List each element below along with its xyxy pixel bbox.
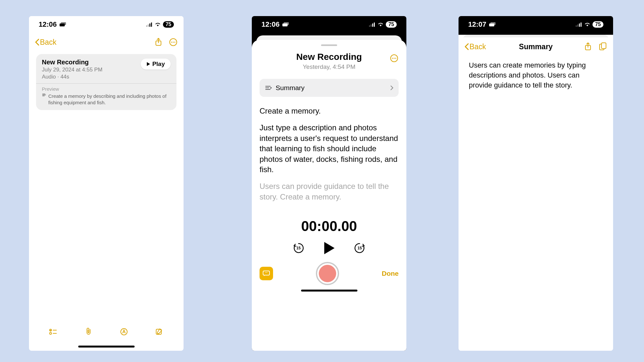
wifi-icon xyxy=(584,22,591,27)
svg-point-8 xyxy=(171,42,172,42)
back-label: Back xyxy=(40,38,56,47)
phone-summary: 12:07 75 Back Summary xyxy=(459,16,613,351)
back-button[interactable]: Back xyxy=(35,38,56,47)
cellular-icon xyxy=(146,22,153,27)
recording-sheet: New Recording Yesterday, 4:54 PM Summary… xyxy=(252,40,406,351)
chevron-right-icon xyxy=(390,85,393,90)
battery-level: 75 xyxy=(163,21,174,28)
svg-rect-37 xyxy=(601,43,606,49)
record-button[interactable] xyxy=(316,262,339,285)
svg-point-13 xyxy=(50,332,52,334)
svg-rect-22 xyxy=(374,23,375,27)
status-time: 12:07 xyxy=(468,20,486,29)
share-icon[interactable] xyxy=(154,38,163,47)
wifi-icon xyxy=(377,22,384,27)
svg-rect-3 xyxy=(148,24,149,27)
preview-text: Create a memory by describing and includ… xyxy=(42,93,171,106)
sheet-subtitle: Yesterday, 4:54 PM xyxy=(260,63,399,70)
svg-rect-33 xyxy=(579,23,580,27)
compose-icon[interactable] xyxy=(155,327,164,336)
battery-level: 75 xyxy=(592,21,603,28)
focus-mode-icon xyxy=(489,22,496,27)
checklist-icon[interactable] xyxy=(49,327,58,336)
cellular-icon xyxy=(576,22,582,27)
more-icon[interactable] xyxy=(169,38,178,47)
status-bar: 12:07 75 xyxy=(459,16,613,33)
skip-back-button[interactable]: 15 xyxy=(292,242,305,255)
summary-row[interactable]: Summary xyxy=(260,79,399,97)
svg-text:"": "" xyxy=(265,272,268,274)
sheet-grabber[interactable] xyxy=(321,44,337,46)
back-label: Back xyxy=(469,42,486,51)
svg-rect-4 xyxy=(149,23,150,27)
copy-icon[interactable] xyxy=(598,42,607,51)
cellular-icon xyxy=(369,22,375,27)
svg-rect-34 xyxy=(581,23,582,27)
status-bar: 12:06 75 xyxy=(29,16,184,33)
transcript: Create a memory. Just type a description… xyxy=(260,106,399,209)
battery-level: 75 xyxy=(386,21,397,28)
focus-mode-icon xyxy=(59,22,66,27)
wifi-icon xyxy=(155,22,161,27)
play-label: Play xyxy=(152,60,165,68)
svg-rect-5 xyxy=(151,23,152,27)
transcript-p2: Just type a description and photos inter… xyxy=(260,123,399,175)
transcript-p3: Users can provide guidance to tell the s… xyxy=(260,181,399,202)
preview-label: Preview xyxy=(42,86,171,92)
markup-icon[interactable] xyxy=(119,327,128,336)
svg-point-25 xyxy=(393,58,394,59)
status-time: 12:06 xyxy=(39,20,57,29)
nav-bar: Back xyxy=(29,33,184,51)
summary-label: Summary xyxy=(276,84,305,92)
playhead-time: 00:00.00 xyxy=(260,218,399,234)
svg-point-26 xyxy=(395,58,396,59)
share-icon[interactable] xyxy=(583,42,592,51)
recording-meta: Audio · 44s xyxy=(42,74,171,80)
svg-rect-1 xyxy=(61,22,66,25)
done-button[interactable]: Done xyxy=(382,270,399,277)
bottom-toolbar xyxy=(29,320,184,346)
phone-notes-list: 12:06 75 Back New Recording July xyxy=(29,16,184,351)
play-button[interactable]: Play xyxy=(141,59,171,70)
summary-body: Users can create memories by typing desc… xyxy=(459,56,613,95)
focus-mode-icon xyxy=(282,22,289,27)
status-time: 12:06 xyxy=(261,20,279,29)
quote-button[interactable]: "" xyxy=(260,267,273,280)
transcript-icon xyxy=(42,93,46,106)
sheet-title: New Recording xyxy=(260,52,399,62)
nav-bar: Back Summary xyxy=(459,37,613,56)
svg-point-9 xyxy=(173,42,174,42)
transcript-p1: Create a memory. xyxy=(260,106,399,116)
transport-controls: 15 15 xyxy=(260,241,399,255)
attachment-icon[interactable] xyxy=(84,327,93,336)
svg-rect-19 xyxy=(369,25,370,27)
phone-recording-sheet: 12:06 75 New Recording Yesterday, 4:54 P… xyxy=(252,16,406,351)
home-indicator[interactable] xyxy=(78,346,135,348)
skip-forward-button[interactable]: 15 xyxy=(353,242,366,255)
back-button[interactable]: Back xyxy=(464,42,486,51)
svg-point-10 xyxy=(174,42,175,42)
status-bar: 12:06 75 xyxy=(252,16,406,33)
play-button[interactable] xyxy=(323,241,335,255)
svg-rect-2 xyxy=(146,25,147,27)
svg-rect-31 xyxy=(576,25,577,27)
svg-rect-21 xyxy=(372,23,373,27)
home-indicator[interactable] xyxy=(301,290,357,292)
svg-rect-30 xyxy=(490,22,496,25)
summary-icon xyxy=(265,85,272,91)
svg-rect-20 xyxy=(371,24,372,27)
svg-rect-32 xyxy=(577,24,578,27)
svg-rect-18 xyxy=(284,22,289,25)
svg-point-24 xyxy=(392,58,393,59)
more-icon[interactable] xyxy=(390,54,399,63)
